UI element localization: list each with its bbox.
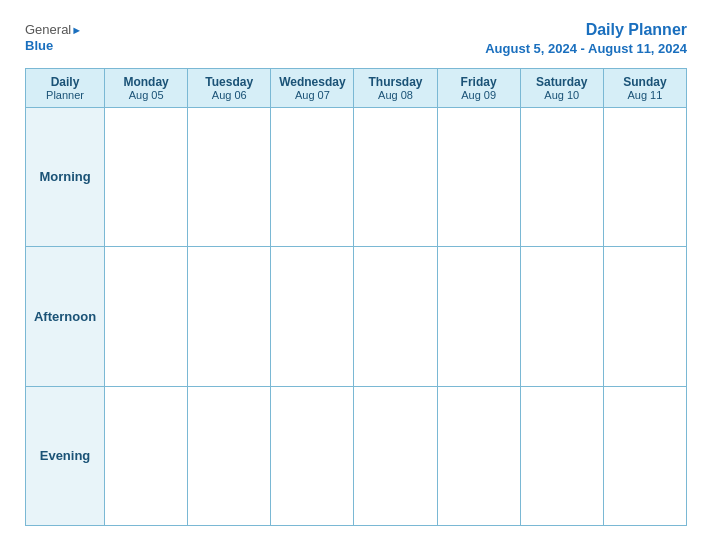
logo-area: General► Blue	[25, 20, 82, 54]
planner-title: Daily Planner	[485, 20, 687, 41]
cell-morning-sunday[interactable]	[603, 107, 686, 246]
logo: General►	[25, 20, 82, 38]
day-name-6: Sunday	[608, 75, 682, 89]
table-row-afternoon: Afternoon	[26, 247, 687, 386]
planner-date-range: August 5, 2024 - August 11, 2024	[485, 41, 687, 58]
cell-evening-monday[interactable]	[105, 386, 188, 525]
cell-afternoon-monday[interactable]	[105, 247, 188, 386]
cell-evening-thursday[interactable]	[354, 386, 437, 525]
cell-afternoon-wednesday[interactable]	[271, 247, 354, 386]
cell-morning-wednesday[interactable]	[271, 107, 354, 246]
col-header-thursday: Thursday Aug 08	[354, 68, 437, 107]
col-header-tuesday: Tuesday Aug 06	[188, 68, 271, 107]
cell-evening-friday[interactable]	[437, 386, 520, 525]
cell-evening-saturday[interactable]	[520, 386, 603, 525]
cell-afternoon-friday[interactable]	[437, 247, 520, 386]
col-header-monday: Monday Aug 05	[105, 68, 188, 107]
cell-afternoon-tuesday[interactable]	[188, 247, 271, 386]
table-row-morning: Morning	[26, 107, 687, 246]
cell-morning-monday[interactable]	[105, 107, 188, 246]
day-date-5: Aug 10	[525, 89, 599, 101]
header-label-line2: Planner	[30, 89, 100, 101]
header-label-line1: Daily	[30, 75, 100, 89]
cell-afternoon-saturday[interactable]	[520, 247, 603, 386]
cell-morning-friday[interactable]	[437, 107, 520, 246]
col-header-wednesday: Wednesday Aug 07	[271, 68, 354, 107]
row-label-evening: Evening	[26, 386, 105, 525]
logo-icon: ►	[71, 24, 82, 36]
day-date-3: Aug 08	[358, 89, 432, 101]
planner-table: Daily Planner Monday Aug 05 Tuesday Aug …	[25, 68, 687, 526]
cell-evening-wednesday[interactable]	[271, 386, 354, 525]
row-label-afternoon: Afternoon	[26, 247, 105, 386]
logo-general: General	[25, 22, 71, 37]
day-name-5: Saturday	[525, 75, 599, 89]
logo-blue: Blue	[25, 38, 53, 54]
table-header-row: Daily Planner Monday Aug 05 Tuesday Aug …	[26, 68, 687, 107]
day-name-0: Monday	[109, 75, 183, 89]
header: General► Blue Daily Planner August 5, 20…	[25, 20, 687, 58]
day-date-4: Aug 09	[442, 89, 516, 101]
day-name-1: Tuesday	[192, 75, 266, 89]
header-label-cell: Daily Planner	[26, 68, 105, 107]
day-name-3: Thursday	[358, 75, 432, 89]
day-date-0: Aug 05	[109, 89, 183, 101]
cell-afternoon-thursday[interactable]	[354, 247, 437, 386]
cell-morning-thursday[interactable]	[354, 107, 437, 246]
col-header-sunday: Sunday Aug 11	[603, 68, 686, 107]
row-label-morning: Morning	[26, 107, 105, 246]
cell-morning-saturday[interactable]	[520, 107, 603, 246]
title-area: Daily Planner August 5, 2024 - August 11…	[485, 20, 687, 58]
col-header-friday: Friday Aug 09	[437, 68, 520, 107]
cell-evening-sunday[interactable]	[603, 386, 686, 525]
cell-morning-tuesday[interactable]	[188, 107, 271, 246]
day-name-4: Friday	[442, 75, 516, 89]
day-date-2: Aug 07	[275, 89, 349, 101]
day-date-6: Aug 11	[608, 89, 682, 101]
day-date-1: Aug 06	[192, 89, 266, 101]
col-header-saturday: Saturday Aug 10	[520, 68, 603, 107]
table-row-evening: Evening	[26, 386, 687, 525]
day-name-2: Wednesday	[275, 75, 349, 89]
cell-evening-tuesday[interactable]	[188, 386, 271, 525]
cell-afternoon-sunday[interactable]	[603, 247, 686, 386]
page: General► Blue Daily Planner August 5, 20…	[11, 10, 701, 540]
